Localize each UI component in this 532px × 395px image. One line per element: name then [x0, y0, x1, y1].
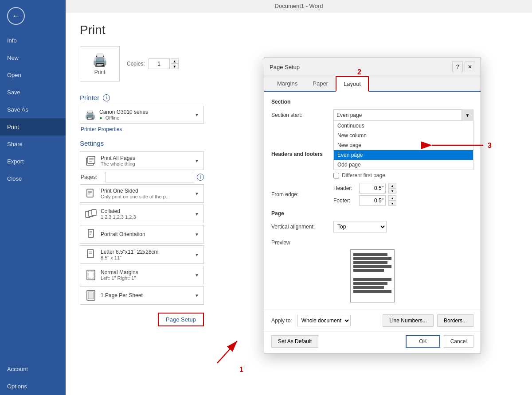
sidebar-item-save[interactable]: Save [0, 84, 66, 101]
borders-button[interactable]: Borders... [437, 314, 473, 327]
dropdown-item-new-column[interactable]: New column [334, 131, 473, 140]
tab-paper[interactable]: Paper [305, 76, 336, 92]
cancel-button[interactable]: Cancel [444, 335, 473, 348]
sided-icon [85, 187, 97, 200]
dialog-footer-row: Apply to: Whole document This section Th… [264, 310, 481, 331]
setting-print-one-sided[interactable]: Print One Sided Only print on one side o… [80, 184, 204, 203]
copies-label: Copies: [127, 61, 145, 67]
different-first-page-checkbox[interactable] [333, 173, 339, 178]
window-title: Document1 - Word [275, 3, 323, 9]
dropdown-item-odd-page[interactable]: Odd page [334, 160, 473, 170]
setting-letter-size[interactable]: Letter 8.5"x11" 22x28cm 8.5" x 11" ▼ [80, 245, 204, 264]
copies-spinner: ▲ ▼ [171, 58, 179, 69]
sidebar-item-open[interactable]: Open [0, 66, 66, 84]
preview-line-1 [353, 253, 387, 256]
footer-spinner-row: Footer: ▲ ▼ [333, 195, 396, 206]
vertical-alignment-select[interactable]: Top Center Justified Bottom [333, 221, 387, 232]
dropdown-item-continuous[interactable]: Continuous [334, 121, 473, 131]
header-down[interactable]: ▼ [388, 188, 396, 194]
per-page-text: 1 Page Per Sheet [101, 292, 195, 298]
line-numbers-button[interactable]: Line Numbers... [383, 314, 434, 327]
footer-input[interactable] [359, 195, 386, 206]
printer-dropdown-arrow: ▼ [195, 112, 199, 117]
printer-status: ● Offline [99, 115, 195, 120]
header-up[interactable]: ▲ [388, 183, 396, 188]
ok-button[interactable]: OK [406, 335, 440, 348]
header-spinner-row: Header: ▲ ▼ [333, 183, 396, 194]
pages-input[interactable] [106, 172, 194, 182]
sidebar-item-account[interactable]: Account [0, 360, 66, 378]
sidebar-item-info[interactable]: Info [0, 32, 66, 49]
dropdown-item-even-page[interactable]: Even page [334, 150, 473, 160]
setting-portrait-orientation[interactable]: Portrait Orientation ▼ [80, 225, 204, 244]
setting-print-all-pages[interactable]: Print All Pages The whole thing ▼ [80, 151, 204, 170]
page-setup-button[interactable]: Page Setup [158, 313, 204, 326]
sidebar-item-save-as[interactable]: Save As [0, 101, 66, 118]
dropdown-item-new-page[interactable]: New page [334, 140, 473, 150]
copies-input[interactable] [149, 58, 170, 69]
preview-line-5 [353, 269, 384, 272]
sidebar-item-options[interactable]: Options [0, 378, 66, 395]
footer-up[interactable]: ▲ [388, 195, 396, 201]
different-first-page-wrapper[interactable]: Different first page [333, 172, 385, 178]
from-edge-row: From edge: Header: ▲ ▼ Footer: ▲ ▼ [271, 183, 473, 206]
printer-select-icon: 🖨️ [85, 109, 96, 120]
section-start-dropdown-btn[interactable]: ▼ [462, 109, 473, 121]
tab-margins[interactable]: Margins [270, 76, 305, 92]
section-start-input[interactable]: Even page ▼ [333, 109, 473, 121]
from-edge-label: From edge: [271, 191, 333, 198]
setting-collated[interactable]: Collated 1,2,3 1,2,3 1,2,3 ▼ [80, 205, 204, 223]
page-title: Print [80, 23, 518, 37]
collated-arrow: ▼ [195, 212, 199, 217]
margins-icon [85, 269, 97, 281]
portrait-icon [85, 228, 97, 240]
svg-rect-16 [87, 250, 94, 258]
dialog-help-button[interactable]: ? [452, 62, 463, 72]
section-start-dropdown-list[interactable]: Continuous New column New page Even page… [333, 121, 473, 170]
page-section-title: Page [271, 210, 473, 217]
sidebar-item-close[interactable]: Close [0, 170, 66, 187]
dialog-body: Section Section start: Even page ▼ Conti… [264, 92, 481, 310]
sidebar-item-share[interactable]: Share [0, 136, 66, 153]
per-page-arrow: ▼ [195, 293, 199, 298]
dialog-titlebar: Page Setup ? ✕ [264, 58, 481, 76]
dialog-close-button[interactable]: ✕ [465, 62, 475, 72]
setting-page-per-sheet[interactable]: 1 Page Per Sheet ▼ [80, 286, 204, 305]
footer-spinner: ▲ ▼ [388, 195, 396, 206]
svg-rect-22 [88, 292, 94, 299]
header-input[interactable] [359, 183, 386, 194]
printer-select[interactable]: 🖨️ Canon G3010 series ● Offline ▼ [80, 106, 204, 124]
preview-line-9 [353, 290, 391, 293]
sidebar-item-new[interactable]: New [0, 49, 66, 66]
pages-label: Pages: [81, 174, 102, 180]
pages-info-icon[interactable]: i [197, 174, 204, 181]
vertical-alignment-dropdown[interactable]: Top Center Justified Bottom [333, 221, 387, 232]
print-pages-icon [85, 155, 97, 167]
copies-down-button[interactable]: ▼ [171, 64, 179, 69]
svg-rect-5 [87, 189, 93, 197]
section-start-dropdown[interactable]: Even page ▼ Continuous New column New pa… [333, 109, 473, 121]
print-button[interactable]: 🖨️ Print [80, 46, 120, 81]
sidebar-item-print[interactable]: Print [0, 118, 66, 136]
back-button[interactable]: ← [7, 7, 25, 25]
header-spinner: ▲ ▼ [388, 183, 396, 194]
set-as-default-button[interactable]: Set As Default [271, 335, 318, 348]
sidebar: ← Info New Open Save Save As Print Share… [0, 0, 66, 395]
printer-info-icon[interactable]: i [103, 94, 110, 101]
apply-to-select[interactable]: Whole document This section This point f… [297, 315, 351, 326]
apply-to-wrapper[interactable]: Whole document This section This point f… [297, 315, 351, 326]
copies-up-button[interactable]: ▲ [171, 58, 179, 64]
margins-arrow: ▼ [195, 273, 199, 278]
preview-line-2 [353, 257, 391, 260]
tab-layout[interactable]: Layout [336, 76, 369, 92]
sidebar-item-export[interactable]: Export [0, 153, 66, 170]
margins-text: Normal Margins Left: 1" Right: 1" [101, 269, 195, 281]
printer-name: Canon G3010 series [99, 109, 195, 115]
printer-icon: 🖨️ [92, 53, 108, 67]
apply-to-label: Apply to: [271, 318, 292, 324]
dialog-tabs: Margins Paper Layout 2 [264, 76, 481, 92]
footer-down[interactable]: ▼ [388, 201, 396, 206]
setting-normal-margins[interactable]: Normal Margins Left: 1" Right: 1" ▼ [80, 266, 204, 284]
preview-line-4 [353, 265, 391, 268]
paper-icon [85, 248, 97, 261]
